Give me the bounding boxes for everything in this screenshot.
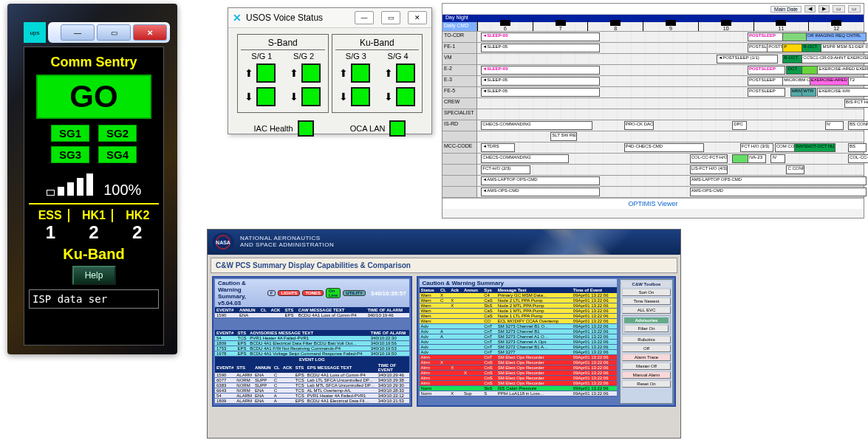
activity-block[interactable]: OR IMAGING REQ CNTRL [806, 32, 867, 41]
pill-tones[interactable]: TONES [302, 290, 324, 296]
row-track[interactable]: FCT-H/O (2/3)LIS-FCT H/O (4/3)C CONFG [477, 165, 864, 175]
table-row[interactable]: 1809ALARMENAAEPSBCDU 4A1 Electrical Data… [215, 399, 409, 404]
off-button[interactable]: Off [622, 345, 671, 352]
activity-block[interactable]: T2 [848, 77, 868, 86]
pill-online[interactable]: On Line [326, 288, 341, 298]
sg4-down-box[interactable] [396, 87, 415, 106]
activity-block[interactable]: POSTSLEEP [748, 88, 785, 97]
row-track[interactable]: ◄AMS-LAPTOP OPS-CMDAMS-LAPTOP OPS-CMD [477, 176, 864, 186]
master-off-button[interactable]: Master Off [622, 362, 671, 370]
activity-block[interactable]: POSTSLEEP [748, 77, 785, 86]
minimize-button[interactable]: — [61, 24, 95, 41]
table-row[interactable]: AdvACnTSM 3273 Channel B109Apr01 13:22:0… [420, 329, 617, 334]
alarm-trace-button[interactable]: Alarm Trace [622, 354, 671, 361]
table-row[interactable]: WarnCaSNode 1 MTL PPA Pump09Apr01 13:22:… [420, 309, 617, 314]
table-row[interactable]: 1590ALARMENACEPSBCDU 4A1 Loss of Comm-P4… [215, 373, 409, 378]
activity-block[interactable]: ◄AMS-OPS-CMD [481, 188, 600, 196]
activity-block[interactable]: IV [825, 121, 844, 130]
row-track[interactable]: SLT SW RERT1 [477, 131, 864, 142]
activity-block[interactable]: ◄TDRS [481, 143, 515, 152]
main-date-button[interactable]: Main Date [770, 6, 802, 13]
sg2-up-box[interactable] [301, 63, 321, 83]
table-row[interactable]: AlrmXCnSSM Elect Ops Recorder09Apr01 13:… [420, 360, 617, 365]
table-row[interactable]: WarnXSbSNode 2 MTL PPA Pump09Apr01 13:22… [420, 303, 617, 309]
table-row[interactable]: AlrmXCnSSM Elect Ops Recorder09Apr01 13:… [420, 371, 617, 376]
row-track[interactable]: ◄TDRSP4D-CHECS-CMDFCT H/O (3/3)COM COSW/… [477, 142, 864, 153]
maximize-button[interactable]: ▭ [97, 24, 131, 41]
robotics-button[interactable]: Robotics [622, 336, 671, 343]
row-track[interactable]: ◄SLEEP-05POSTSLEEPOR IMAGING REQ CNTRL [477, 32, 864, 42]
sg3-down-box[interactable] [351, 87, 370, 106]
table-row[interactable]: AdvCnTSM 327709Apr01 13:22:06 [420, 350, 617, 355]
table-row[interactable]: WarnCOECL MODIFY CCAA Overtemp09Apr01 13… [420, 319, 617, 324]
activity-block[interactable]: COL-CC-FCT H/O [848, 154, 868, 163]
sg1-down-box[interactable] [256, 87, 276, 106]
row-track[interactable]: ◄POSTSLEEP (1/1)R-OCTCCSC1-CR-03-AHNT EX… [477, 54, 864, 64]
sg1-up-box[interactable] [256, 63, 276, 83]
date-prev[interactable]: ◀ [804, 5, 816, 13]
close-button[interactable]: ✕ [133, 24, 167, 41]
activity-block[interactable]: SLT SW RERT1 [550, 132, 576, 141]
activity-block[interactable]: ◄SLEEP-05 [481, 44, 600, 52]
table-row[interactable]: AdvCnTSM 3273 Channel A Ops09Apr01 13:22… [420, 340, 617, 345]
all-evc-button[interactable]: ALL EVC [622, 306, 671, 314]
table-row[interactable]: AlrmCnSSM Elect Ops Recorder09Apr01 13:2… [420, 376, 617, 381]
pill-utility[interactable]: UTILITY [343, 290, 366, 296]
activity-block[interactable]: IV [770, 154, 785, 163]
activity-block[interactable]: CHECS-COMMANDING [481, 154, 569, 163]
activity-block[interactable]: CHECS-COMMANDING [481, 121, 592, 130]
row-track[interactable]: ◄SLEEP-05POSTSLEEPOCTEXERCISE-ARED EXERC… [477, 65, 864, 75]
activity-block[interactable]: FCT-H/O (2/3) [481, 165, 530, 174]
activity-block[interactable]: AMS-LAPTOP OPS-CMD [690, 176, 867, 185]
activity-block[interactable]: ◄SLEEP-05 [481, 32, 600, 41]
table-row[interactable]: 1978EPSBCDU 4A1 Voltage Setpt Command Re… [215, 351, 409, 357]
row-track[interactable]: CHECS-COMMANDINGCOL-CC-FCT-H/O (1/1)IVA-… [477, 154, 864, 164]
pill-f[interactable]: F [267, 290, 276, 296]
close-button[interactable]: ✕ [408, 11, 427, 24]
activity-block[interactable]: BS CONF [848, 121, 868, 130]
activity-block[interactable]: EXERCISE-ARED EXERCISE-T2 [817, 66, 868, 75]
activity-block[interactable]: EXERCISE-ARED [810, 77, 851, 86]
activity-block[interactable]: PRO-CK DACT [624, 121, 655, 130]
table-row[interactable]: AlrmCnSSM Elect Ops Recorder09Apr01 13:2… [420, 381, 617, 386]
sg3-up-box[interactable] [351, 63, 370, 83]
activity-block[interactable]: LIS-FCT H/O (4/3) [690, 165, 728, 174]
activity-block[interactable]: ◄SLEEP-05 [481, 66, 600, 75]
activity-block[interactable]: C CONFG [786, 165, 804, 174]
table-row[interactable]: NormSbSISS Cabin Pressure09Apr01 13:22:0… [420, 386, 617, 391]
table-row[interactable]: AlrmCnTSM Elect Ops Recorder09Apr01 13:2… [420, 355, 617, 360]
row-track[interactable]: ◄SLEEP-05POSTSLEEPMICROBM CRT-INSTEXERCI… [477, 76, 864, 86]
sg2-down-box[interactable] [301, 87, 321, 106]
activity-block[interactable]: MSPR MSM-S1-DEF IS CREW EXERCISE-E/J [821, 44, 868, 52]
table-row[interactable]: 1753EPSBCDU 4A1 F/W Not Receiving Comman… [215, 346, 409, 351]
table-row[interactable]: WarnCXCaSNode 2 LTL PPA Pump09Apr01 13:2… [420, 298, 617, 303]
table-row[interactable]: 1809EPSBCDU 4A1 Electrical Data Filter B… [215, 341, 409, 346]
table-row[interactable]: AdvCnTSM 3272 Channel B1 A…09Apr01 13:22… [420, 345, 617, 350]
table-row[interactable]: AdvACnTSM 3273 Channel A1 O…09Apr01 13:2… [420, 334, 617, 340]
sort-button[interactable]: Sort On [622, 289, 671, 296]
activity-block[interactable]: BIS-FCT H/O CDR [844, 99, 868, 108]
table-row[interactable]: 1590ENAEPSBCDU 4A1 Loss of Comm-P4340/10… [215, 313, 409, 318]
pill-lights[interactable]: LIGHTS [278, 290, 300, 296]
table-row[interactable]: 6077NORMSUPPCTCSLab LTL SFCA Uncontrolle… [215, 378, 409, 383]
reset-button[interactable]: Reset On [622, 380, 671, 388]
help-button[interactable]: Help [72, 266, 116, 285]
activity-block[interactable]: ◄POSTSLEEP (1/1) [717, 55, 777, 63]
minimize-button[interactable]: — [355, 11, 374, 24]
activity-block[interactable]: P4D-CHECS-CMD [624, 143, 705, 152]
row-track[interactable]: ◄SLEEP-05POSTSLPOSTSLPR-OCTMSPR MSM-S1-D… [477, 43, 864, 53]
activity-block[interactable]: AMS-OPS-CMD [690, 188, 867, 196]
time-button[interactable]: Time Newest [622, 298, 671, 305]
table-row[interactable]: 6383NORMSUPPCTCSLab MTL SFCA Uncontrolle… [215, 383, 409, 388]
activity-block[interactable]: DPC [732, 121, 747, 130]
activity-block[interactable]: ◄SLEEP-05 [481, 77, 600, 86]
activity-block[interactable]: BS [848, 143, 867, 152]
activity-block[interactable]: ◄SLEEP-05 [481, 88, 600, 97]
activity-block[interactable]: COL-CC-FCT-H/O (1/1) [690, 154, 728, 163]
table-row[interactable]: AdvCnTSM 3273 Channel B1 O…09Apr01 13:22… [420, 324, 617, 329]
sg4-up-box[interactable] [396, 63, 415, 83]
zoom1[interactable]: ▭ [833, 5, 845, 13]
table-row[interactable]: WarnCaSNode 1 LTL PPA Pump09Apr01 13:22:… [420, 314, 617, 319]
iac-health-box[interactable] [298, 120, 314, 137]
activity-block[interactable]: MICROBM CRT-INST [782, 77, 813, 86]
